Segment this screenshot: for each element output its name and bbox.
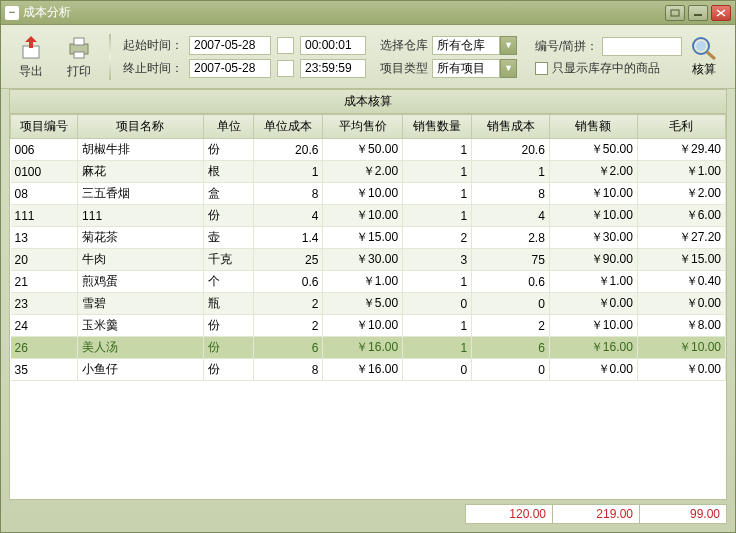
table-cell: 2 (403, 227, 472, 249)
table-cell: 75 (472, 249, 550, 271)
table-cell: ￥30.00 (549, 227, 637, 249)
column-header[interactable]: 毛利 (637, 115, 725, 139)
table-cell: 8 (472, 183, 550, 205)
column-header[interactable]: 销售额 (549, 115, 637, 139)
stock-only-label: 只显示库存中的商品 (552, 60, 660, 77)
table-cell: 份 (203, 139, 253, 161)
export-label: 导出 (19, 63, 43, 80)
table-cell: ￥2.00 (323, 161, 403, 183)
table-row[interactable]: 20牛肉千克25￥30.00375￥90.00￥15.00 (11, 249, 726, 271)
table-scroll[interactable]: 项目编号项目名称单位单位成本平均售价销售数量销售成本销售额毛利 006胡椒牛排份… (10, 114, 726, 499)
table-row[interactable]: 24玉米羹份2￥10.0012￥10.00￥8.00 (11, 315, 726, 337)
table-cell: ￥0.00 (549, 293, 637, 315)
table-cell: 21 (11, 271, 78, 293)
table-row[interactable]: 0100麻花根1￥2.0011￥2.00￥1.00 (11, 161, 726, 183)
table-row[interactable]: 26美人汤份6￥16.0016￥16.00￥10.00 (11, 337, 726, 359)
table-cell: ￥10.00 (549, 183, 637, 205)
footer: 120.00 219.00 99.00 (9, 504, 727, 524)
table-cell: 3 (403, 249, 472, 271)
svg-rect-0 (671, 10, 679, 16)
table-row[interactable]: 13菊花茶壶1.4￥15.0022.8￥30.00￥27.20 (11, 227, 726, 249)
print-button[interactable]: 打印 (57, 31, 101, 82)
table-cell: 2.8 (472, 227, 550, 249)
table-cell: 6 (472, 337, 550, 359)
close-button[interactable] (711, 5, 731, 21)
table-cell: 4 (254, 205, 323, 227)
column-header[interactable]: 项目名称 (78, 115, 204, 139)
table-cell: 壶 (203, 227, 253, 249)
print-label: 打印 (67, 63, 91, 80)
table-cell: ￥5.00 (323, 293, 403, 315)
table-row[interactable]: 21煎鸡蛋个0.6￥1.0010.6￥1.00￥0.40 (11, 271, 726, 293)
table-cell: 份 (203, 315, 253, 337)
project-type-select[interactable] (432, 59, 500, 78)
titlebar: − 成本分析 (1, 1, 735, 25)
window-icon: − (5, 6, 19, 20)
table-row[interactable]: 23雪碧瓶2￥5.0000￥0.00￥0.00 (11, 293, 726, 315)
table-cell: 2 (254, 293, 323, 315)
start-date-input[interactable] (189, 36, 271, 55)
table-cell: ￥0.00 (637, 359, 725, 381)
table-cell: 麻花 (78, 161, 204, 183)
table-cell: 006 (11, 139, 78, 161)
table-cell: ￥10.00 (323, 315, 403, 337)
table-cell: ￥1.00 (323, 271, 403, 293)
table-cell: 1 (403, 205, 472, 227)
table-cell: 份 (203, 205, 253, 227)
table-row[interactable]: 006胡椒牛排份20.6￥50.00120.6￥50.00￥29.40 (11, 139, 726, 161)
table-cell: 0100 (11, 161, 78, 183)
table-cell: ￥50.00 (323, 139, 403, 161)
end-time-input[interactable] (300, 59, 366, 78)
restore-button[interactable] (665, 5, 685, 21)
table-cell: 牛肉 (78, 249, 204, 271)
table-cell: 8 (254, 359, 323, 381)
table-cell: 1 (403, 337, 472, 359)
table-cell: 2 (472, 315, 550, 337)
table-cell: 8 (254, 183, 323, 205)
export-icon (15, 33, 47, 61)
project-type-label: 项目类型 (380, 60, 428, 77)
code-input[interactable] (602, 37, 682, 56)
table-row[interactable]: 35小鱼仔份8￥16.0000￥0.00￥0.00 (11, 359, 726, 381)
column-header[interactable]: 平均售价 (323, 115, 403, 139)
table-cell: 0 (472, 293, 550, 315)
table-cell: 35 (11, 359, 78, 381)
column-header[interactable]: 销售成本 (472, 115, 550, 139)
column-header[interactable]: 项目编号 (11, 115, 78, 139)
project-type-dropdown-button[interactable]: ▼ (500, 59, 517, 78)
stock-only-checkbox[interactable] (535, 62, 548, 75)
table-cell: 菊花茶 (78, 227, 204, 249)
table-row[interactable]: 111111份4￥10.0014￥10.00￥6.00 (11, 205, 726, 227)
start-time-input[interactable] (300, 36, 366, 55)
warehouse-select[interactable] (432, 36, 500, 55)
table-cell: ￥0.00 (637, 293, 725, 315)
table-cell: 1 (403, 315, 472, 337)
svg-point-9 (696, 41, 706, 51)
column-header[interactable]: 销售数量 (403, 115, 472, 139)
table-cell: 1 (472, 161, 550, 183)
minimize-button[interactable] (688, 5, 708, 21)
table-cell: 4 (472, 205, 550, 227)
start-date-picker[interactable] (277, 37, 294, 54)
warehouse-dropdown-button[interactable]: ▼ (500, 36, 517, 55)
calculate-label: 核算 (692, 61, 716, 78)
table-cell: 个 (203, 271, 253, 293)
column-header[interactable]: 单位成本 (254, 115, 323, 139)
column-header[interactable]: 单位 (203, 115, 253, 139)
table-cell: 1.4 (254, 227, 323, 249)
svg-rect-6 (74, 38, 84, 45)
table-cell: ￥1.00 (549, 271, 637, 293)
table-cell: ￥10.00 (637, 337, 725, 359)
table-cell: 20.6 (472, 139, 550, 161)
export-button[interactable]: 导出 (9, 31, 53, 82)
calculate-button[interactable]: 核算 (689, 35, 719, 78)
footer-total-sales: 219.00 (552, 504, 640, 524)
table-row[interactable]: 08三五香烟盒8￥10.0018￥10.00￥2.00 (11, 183, 726, 205)
table-cell: 0 (403, 359, 472, 381)
table-cell: ￥2.00 (637, 183, 725, 205)
table-cell: 111 (78, 205, 204, 227)
table-cell: 瓶 (203, 293, 253, 315)
end-date-input[interactable] (189, 59, 271, 78)
table-cell: 20 (11, 249, 78, 271)
end-date-picker[interactable] (277, 60, 294, 77)
